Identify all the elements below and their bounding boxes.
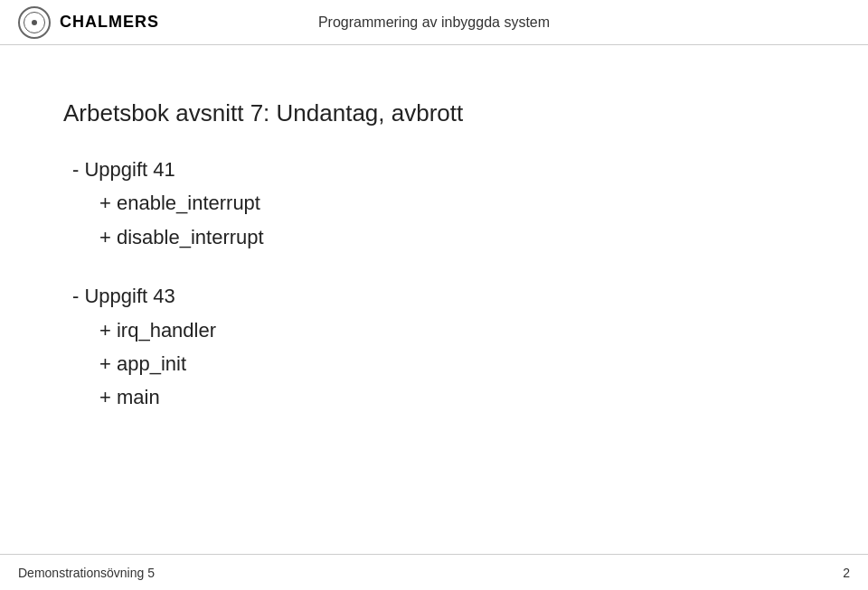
logo-dot (32, 20, 37, 25)
task-41-sub-2: + disable_interrupt (99, 220, 805, 254)
task-43-label: - Uppgift 43 (72, 279, 805, 313)
task-group-1: - Uppgift 41 + enable_interrupt + disabl… (63, 153, 805, 254)
task-43-sub-1: + irq_handler (99, 314, 805, 347)
task-43-sub-2: + app_init (99, 347, 805, 380)
section-title: Arbetsbok avsnitt 7: Undantag, avbrott (63, 99, 805, 127)
header: CHALMERS Programmering av inbyggda syste… (0, 0, 868, 45)
header-subtitle: Programmering av inbyggda system (318, 14, 550, 31)
logo-area: CHALMERS (18, 6, 159, 39)
chalmers-title: CHALMERS (60, 13, 159, 32)
logo-inner-ring (24, 12, 45, 33)
task-41-sub-1: + enable_interrupt (99, 186, 805, 220)
task-list: - Uppgift 41 + enable_interrupt + disabl… (63, 153, 805, 415)
task-group-2: - Uppgift 43 + irq_handler + app_init + … (63, 279, 805, 415)
footer-page-number: 2 (843, 566, 850, 580)
task-43-sub-3: + main (99, 380, 805, 414)
task-41-label: - Uppgift 41 (72, 153, 805, 186)
main-content: Arbetsbok avsnitt 7: Undantag, avbrott -… (0, 45, 868, 512)
chalmers-logo-icon (18, 6, 51, 39)
footer: Demonstrationsövning 5 2 (0, 554, 868, 590)
footer-left-text: Demonstrationsövning 5 (18, 566, 155, 580)
